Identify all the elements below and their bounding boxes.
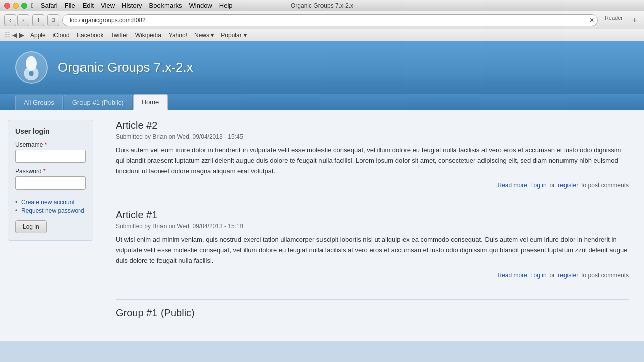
article-2-or: or [550, 182, 555, 189]
reader-button[interactable]: Reader [601, 15, 627, 26]
menu-bookmarks[interactable]: Bookmarks [149, 2, 182, 9]
tab-group-public[interactable]: Group #1 (Public) [64, 95, 132, 110]
page-wrapper: Organic Groups 7.x-2.x All Groups Group … [0, 41, 644, 362]
traffic-lights [4, 3, 27, 9]
create-account-item: Create new account [15, 199, 86, 206]
bookmark-apple[interactable]: Apple [27, 31, 49, 39]
grid-button[interactable]: ∃ [47, 14, 59, 26]
clear-icon[interactable]: ✕ [589, 17, 594, 24]
menu-help[interactable]: Help [219, 2, 233, 9]
article-1-or: or [550, 272, 555, 279]
article-1-footer: Read more Log in or register to post com… [116, 272, 629, 279]
bookmark-facebook[interactable]: Facebook [74, 31, 107, 39]
bookmark-yahoo[interactable]: Yahoo! [166, 31, 190, 39]
article-2-read-more[interactable]: Read more [498, 182, 527, 189]
article-1-read-more[interactable]: Read more [498, 272, 527, 279]
minimize-button[interactable] [13, 3, 19, 9]
forward-button[interactable]: › [17, 14, 29, 26]
site-header: Organic Groups 7.x-2.x [0, 41, 644, 94]
request-password-link[interactable]: Request new password [21, 207, 84, 214]
menu-view[interactable]: View [101, 2, 115, 9]
password-required: * [42, 168, 46, 175]
request-password-item: Request new password [15, 207, 86, 214]
password-label: Password * [15, 168, 86, 175]
sidebar: User login Username * Password * Create … [0, 110, 101, 341]
window-title: Organic Groups 7.x-2.x [291, 2, 353, 9]
svg-point-1 [29, 70, 34, 76]
drupal-logo [15, 51, 48, 84]
article-2-meta: Submitted by Brian on Wed, 09/04/2013 - … [116, 133, 629, 140]
site-title: Organic Groups 7.x-2.x [58, 60, 193, 75]
login-links: Create new account Request new password [15, 199, 86, 214]
username-input[interactable] [15, 150, 86, 163]
bookmark-popular-dropdown[interactable]: Popular ▾ [218, 31, 250, 39]
menu-file[interactable]: File [65, 2, 75, 9]
forward-icon-small[interactable]: ▶ [19, 31, 24, 39]
create-account-link[interactable]: Create new account [21, 199, 75, 206]
partial-group-title: Group #1 (Public) [116, 299, 629, 319]
article-2-footer: Read more Log in or register to post com… [116, 182, 629, 189]
tab-all-groups[interactable]: All Groups [15, 95, 63, 110]
apple-menu[interactable]:  [31, 2, 34, 9]
password-input[interactable] [15, 176, 86, 190]
nav-tabs: All Groups Group #1 (Public) Home [0, 94, 644, 110]
url-text: loc.organicgroups.com:8082 [70, 17, 146, 24]
articles-area: Article #2 Submitted by Brian on Wed, 09… [101, 110, 644, 341]
article-1-register[interactable]: register [558, 272, 578, 279]
address-bar[interactable]: loc.organicgroups.com:8082 ✕ [62, 14, 598, 26]
login-title: User login [15, 127, 86, 135]
bookmark-wikipedia[interactable]: Wikipedia [132, 31, 165, 39]
login-box: User login Username * Password * Create … [8, 120, 93, 241]
menu-history[interactable]: History [122, 2, 142, 9]
tab-home[interactable]: Home [133, 94, 168, 110]
new-tab-button[interactable]: + [630, 15, 640, 25]
bookmark-icloud[interactable]: iCloud [50, 31, 73, 39]
article-1-meta: Submitted by Brian on Wed, 09/04/2013 - … [116, 223, 629, 230]
article-2-login[interactable]: Log in [530, 182, 547, 189]
article-1-post: to post comments [581, 272, 629, 279]
menu-safari[interactable]: Safari [41, 2, 58, 9]
menu-edit[interactable]: Edit [83, 2, 94, 9]
maximize-button[interactable] [21, 3, 27, 9]
article-1-title: Article #1 [116, 209, 629, 221]
share-button[interactable]: ⬆ [32, 14, 44, 26]
title-bar:  Safari File Edit View History Bookmark… [0, 0, 644, 11]
menu-bar:  Safari File Edit View History Bookmark… [31, 2, 233, 9]
article-2-body: Duis autem vel eum iriure dolor in hendr… [116, 145, 629, 176]
menu-window[interactable]: Window [189, 2, 212, 9]
bookmark-news-dropdown[interactable]: News ▾ [191, 31, 217, 39]
main-content: User login Username * Password * Create … [0, 110, 644, 341]
bookmarks-bar: ☷ ◀ ▶ Apple iCloud Facebook Twitter Wiki… [0, 29, 644, 41]
sidebar-icon[interactable]: ☷ [4, 31, 10, 39]
username-required: * [43, 141, 47, 148]
article-1-login[interactable]: Log in [530, 272, 547, 279]
article-1-body: Ut wisi enim ad minim veniam, quis nostr… [116, 235, 629, 266]
close-button[interactable] [4, 3, 10, 9]
username-label: Username * [15, 141, 86, 148]
article-2-post: to post comments [581, 182, 629, 189]
safari-toolbar: ‹ › ⬆ ∃ loc.organicgroups.com:8082 ✕ Rea… [0, 11, 644, 29]
article-1: Article #1 Submitted by Brian on Wed, 09… [116, 209, 629, 289]
article-2-title: Article #2 [116, 120, 629, 131]
nav-buttons: ‹ › [4, 14, 29, 26]
article-2-register[interactable]: register [558, 182, 578, 189]
back-button[interactable]: ‹ [4, 14, 16, 26]
article-2: Article #2 Submitted by Brian on Wed, 09… [116, 120, 629, 199]
bookmark-twitter[interactable]: Twitter [107, 31, 131, 39]
back-icon-small[interactable]: ◀ [12, 31, 17, 39]
bookmark-icons: ☷ ◀ ▶ [4, 31, 24, 39]
login-button[interactable]: Log in [15, 220, 47, 233]
